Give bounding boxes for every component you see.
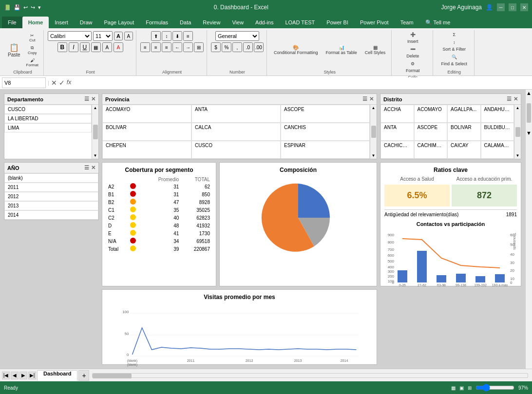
number-format-select[interactable]: General — [215, 31, 259, 41]
provincia-filter-icon[interactable]: ☰ — [362, 96, 367, 102]
percent-button[interactable]: % — [222, 42, 231, 52]
dist-cachicad[interactable]: CACHICAD... — [380, 141, 414, 159]
dist-ascope[interactable]: ASCOPE — [414, 123, 448, 141]
dist-accha[interactable]: ACCHA — [380, 105, 414, 123]
underline-button[interactable]: U — [80, 42, 90, 52]
merge-cells-button[interactable]: ⊞ — [194, 42, 204, 52]
scroll-up-arrow[interactable]: ▲ — [526, 90, 532, 96]
prov-scroll-up-icon[interactable]: ▲ — [372, 106, 376, 110]
anno-2013[interactable]: 2013 — [4, 201, 98, 210]
distrito-filter-icon[interactable]: ☰ — [507, 96, 512, 102]
anno-2011[interactable]: 2011 — [4, 183, 98, 192]
font-decrease-button[interactable]: A — [124, 32, 133, 40]
comma-button[interactable]: , — [232, 42, 242, 52]
paste-button[interactable]: 📋 Paste — [5, 41, 23, 59]
find-select-button[interactable]: 🔍Find & Select — [437, 54, 471, 67]
dept-item-lalibertad[interactable]: LA LIBERTAD — [4, 114, 92, 123]
formula-input[interactable] — [73, 77, 530, 88]
dist-buldibuyo[interactable]: BULDIBUYO — [481, 123, 514, 141]
restore-button[interactable]: □ — [509, 3, 516, 11]
view-pagebreak-icon[interactable]: ⊞ — [468, 385, 472, 391]
align-middle-button[interactable]: ↕ — [162, 31, 171, 41]
align-bottom-button[interactable]: ⬇ — [172, 31, 182, 41]
tab-view[interactable]: View — [226, 17, 249, 28]
dist-agallpa[interactable]: AGALLPA... — [447, 105, 481, 123]
autosum-button[interactable]: Σ — [437, 31, 471, 38]
dist-acomayo[interactable]: ACOMAYO — [414, 105, 448, 123]
format-as-table-button[interactable]: 📊 Format as Table — [323, 43, 360, 57]
tab-tellme[interactable]: 🔍 Tell me — [419, 17, 456, 28]
decimal-decrease-button[interactable]: .00 — [254, 42, 264, 52]
name-box[interactable] — [2, 77, 46, 88]
dist-bolivar[interactable]: BOLIVAR — [447, 123, 481, 141]
departamento-scrollbar[interactable]: ▲ ▼ — [92, 105, 98, 159]
prov-cusco[interactable]: CUSCO — [191, 141, 281, 159]
anno-blank[interactable]: (blank) — [4, 173, 98, 183]
align-left-button[interactable]: ≡ — [140, 42, 150, 52]
anno-2012[interactable]: 2012 — [4, 192, 98, 201]
sheet-tab-dashboard[interactable]: Dashboard — [37, 370, 77, 381]
tab-team[interactable]: Team — [395, 17, 419, 28]
decimal-increase-button[interactable]: .0 — [243, 42, 253, 52]
tab-powerbi[interactable]: Power BI — [321, 17, 354, 28]
sheet-last-button[interactable]: ▶| — [28, 372, 36, 379]
format-cells-button[interactable]: ⚙Format — [396, 60, 430, 74]
prov-espinar[interactable]: ESPINAR — [281, 141, 370, 159]
align-right-button[interactable]: ≡ — [162, 42, 171, 52]
scroll-down-arrow[interactable]: ▼ — [526, 130, 532, 136]
prov-canchis[interactable]: CANCHIS — [281, 123, 370, 141]
anno-filter-icon[interactable]: ☰ — [84, 165, 89, 171]
dist-andahua[interactable]: ANDAHUA... — [481, 105, 514, 123]
scroll-down-icon[interactable]: ▼ — [94, 153, 97, 158]
scroll-thumb[interactable] — [527, 103, 531, 123]
delete-cells-button[interactable]: ➖Delete — [396, 46, 430, 59]
font-increase-button[interactable]: A — [114, 32, 123, 40]
minimize-button[interactable]: ─ — [497, 3, 505, 11]
currency-button[interactable]: $ — [211, 42, 221, 52]
view-layout-icon[interactable]: ▣ — [459, 385, 464, 391]
prov-calca[interactable]: CALCA — [191, 123, 281, 141]
close-button[interactable]: ✕ — [520, 3, 528, 11]
tab-addins[interactable]: Add-ins — [249, 17, 279, 28]
prov-scroll-down-icon[interactable]: ▼ — [372, 153, 376, 158]
align-center-button[interactable]: ≡ — [151, 42, 161, 52]
italic-button[interactable]: I — [69, 42, 78, 52]
sheet-next-button[interactable]: ▶ — [19, 372, 27, 379]
indent-increase-button[interactable]: → — [183, 42, 193, 52]
anno-2014[interactable]: 2014 — [4, 210, 98, 220]
zoom-slider[interactable] — [475, 384, 514, 392]
prov-acomayo[interactable]: ACOMAYO — [102, 105, 191, 123]
sort-filter-button[interactable]: ↕Sort & Filter — [437, 39, 471, 53]
tab-draw[interactable]: Draw — [74, 17, 98, 28]
dept-item-cusco[interactable]: CUSCO — [4, 105, 92, 114]
font-size-select[interactable]: 11 — [93, 31, 113, 41]
align-top-button[interactable]: ⬆ — [151, 31, 161, 41]
font-color-button[interactable]: A — [114, 42, 123, 52]
cancel-formula-icon[interactable]: ✕ — [51, 79, 57, 87]
prov-bolivar[interactable]: BOLIVAR — [102, 123, 191, 141]
horizontal-scrollbar[interactable] — [90, 373, 530, 378]
cut-button[interactable]: ✂Cut — [24, 32, 40, 43]
view-normal-icon[interactable]: ▦ — [451, 385, 456, 391]
dist-scroll-up-icon[interactable]: ▲ — [516, 106, 520, 110]
departamento-filter-icon[interactable]: ☰ — [84, 96, 89, 102]
format-painter-button[interactable]: 🖌Format — [24, 57, 40, 68]
provincia-scrollbar[interactable]: ▲ ▼ — [370, 105, 377, 159]
confirm-formula-icon[interactable]: ✓ — [59, 79, 65, 87]
insert-cells-button[interactable]: ➕Insert — [396, 31, 430, 45]
prov-ascope[interactable]: ASCOPE — [281, 105, 370, 123]
prov-chepen[interactable]: CHEPEN — [102, 141, 191, 159]
quick-access-redo[interactable]: ↪ — [31, 4, 35, 11]
add-sheet-button[interactable]: + — [78, 370, 89, 381]
copy-button[interactable]: ⧉Copy — [24, 44, 40, 56]
departamento-clear-icon[interactable]: ✕ — [91, 96, 95, 102]
dist-anta[interactable]: ANTA — [380, 123, 414, 141]
quick-access-save[interactable]: 💾 — [14, 4, 20, 11]
conditional-formatting-button[interactable]: 🎨 Conditional Formatting — [271, 43, 321, 57]
distrito-scrollbar[interactable]: ▲ ▼ — [514, 105, 521, 159]
tab-page-layout[interactable]: Page Layout — [98, 17, 140, 28]
dist-scroll-down-icon[interactable]: ▼ — [516, 153, 520, 158]
sheet-first-button[interactable]: |◀ — [2, 372, 10, 379]
quick-access-undo[interactable]: ↩ — [23, 4, 28, 11]
scroll-up-icon[interactable]: ▲ — [94, 106, 97, 110]
